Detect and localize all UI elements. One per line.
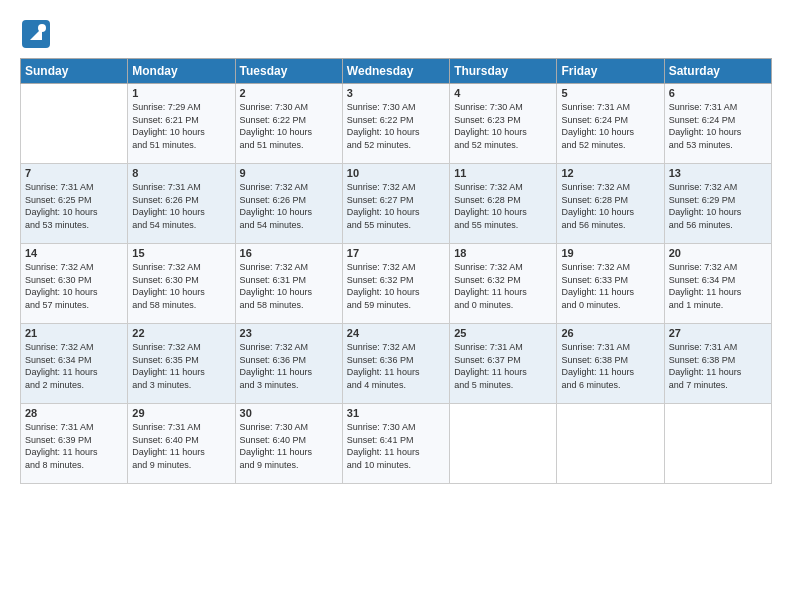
day-info: Sunrise: 7:32 AM Sunset: 6:28 PM Dayligh… — [454, 181, 552, 231]
day-info: Sunrise: 7:31 AM Sunset: 6:24 PM Dayligh… — [669, 101, 767, 151]
week-row-3: 14Sunrise: 7:32 AM Sunset: 6:30 PM Dayli… — [21, 244, 772, 324]
day-number: 29 — [132, 407, 230, 419]
header — [20, 18, 772, 50]
calendar-cell: 13Sunrise: 7:32 AM Sunset: 6:29 PM Dayli… — [664, 164, 771, 244]
day-number: 15 — [132, 247, 230, 259]
day-info: Sunrise: 7:32 AM Sunset: 6:34 PM Dayligh… — [25, 341, 123, 391]
day-info: Sunrise: 7:30 AM Sunset: 6:40 PM Dayligh… — [240, 421, 338, 471]
day-number: 11 — [454, 167, 552, 179]
day-info: Sunrise: 7:32 AM Sunset: 6:27 PM Dayligh… — [347, 181, 445, 231]
calendar-cell — [664, 404, 771, 484]
calendar-cell: 11Sunrise: 7:32 AM Sunset: 6:28 PM Dayli… — [450, 164, 557, 244]
day-info: Sunrise: 7:32 AM Sunset: 6:32 PM Dayligh… — [454, 261, 552, 311]
day-info: Sunrise: 7:31 AM Sunset: 6:38 PM Dayligh… — [669, 341, 767, 391]
day-number: 17 — [347, 247, 445, 259]
calendar-cell: 19Sunrise: 7:32 AM Sunset: 6:33 PM Dayli… — [557, 244, 664, 324]
calendar-cell: 28Sunrise: 7:31 AM Sunset: 6:39 PM Dayli… — [21, 404, 128, 484]
day-info: Sunrise: 7:32 AM Sunset: 6:26 PM Dayligh… — [240, 181, 338, 231]
day-number: 6 — [669, 87, 767, 99]
day-info: Sunrise: 7:30 AM Sunset: 6:41 PM Dayligh… — [347, 421, 445, 471]
day-info: Sunrise: 7:32 AM Sunset: 6:30 PM Dayligh… — [132, 261, 230, 311]
calendar-cell: 27Sunrise: 7:31 AM Sunset: 6:38 PM Dayli… — [664, 324, 771, 404]
calendar-cell: 21Sunrise: 7:32 AM Sunset: 6:34 PM Dayli… — [21, 324, 128, 404]
day-number: 24 — [347, 327, 445, 339]
calendar-cell: 26Sunrise: 7:31 AM Sunset: 6:38 PM Dayli… — [557, 324, 664, 404]
calendar-cell: 24Sunrise: 7:32 AM Sunset: 6:36 PM Dayli… — [342, 324, 449, 404]
week-row-2: 7Sunrise: 7:31 AM Sunset: 6:25 PM Daylig… — [21, 164, 772, 244]
day-number: 16 — [240, 247, 338, 259]
calendar-cell — [557, 404, 664, 484]
day-number: 1 — [132, 87, 230, 99]
calendar-cell: 25Sunrise: 7:31 AM Sunset: 6:37 PM Dayli… — [450, 324, 557, 404]
day-info: Sunrise: 7:32 AM Sunset: 6:32 PM Dayligh… — [347, 261, 445, 311]
day-number: 13 — [669, 167, 767, 179]
day-number: 2 — [240, 87, 338, 99]
week-row-1: 1Sunrise: 7:29 AM Sunset: 6:21 PM Daylig… — [21, 84, 772, 164]
day-info: Sunrise: 7:30 AM Sunset: 6:23 PM Dayligh… — [454, 101, 552, 151]
col-header-tuesday: Tuesday — [235, 59, 342, 84]
calendar-cell: 30Sunrise: 7:30 AM Sunset: 6:40 PM Dayli… — [235, 404, 342, 484]
day-info: Sunrise: 7:30 AM Sunset: 6:22 PM Dayligh… — [347, 101, 445, 151]
day-number: 8 — [132, 167, 230, 179]
day-number: 12 — [561, 167, 659, 179]
day-info: Sunrise: 7:31 AM Sunset: 6:38 PM Dayligh… — [561, 341, 659, 391]
calendar-cell: 29Sunrise: 7:31 AM Sunset: 6:40 PM Dayli… — [128, 404, 235, 484]
col-header-friday: Friday — [557, 59, 664, 84]
day-info: Sunrise: 7:29 AM Sunset: 6:21 PM Dayligh… — [132, 101, 230, 151]
calendar-cell: 4Sunrise: 7:30 AM Sunset: 6:23 PM Daylig… — [450, 84, 557, 164]
col-header-monday: Monday — [128, 59, 235, 84]
day-number: 28 — [25, 407, 123, 419]
calendar-cell: 15Sunrise: 7:32 AM Sunset: 6:30 PM Dayli… — [128, 244, 235, 324]
day-info: Sunrise: 7:31 AM Sunset: 6:25 PM Dayligh… — [25, 181, 123, 231]
calendar-cell: 6Sunrise: 7:31 AM Sunset: 6:24 PM Daylig… — [664, 84, 771, 164]
calendar-cell: 8Sunrise: 7:31 AM Sunset: 6:26 PM Daylig… — [128, 164, 235, 244]
day-info: Sunrise: 7:32 AM Sunset: 6:34 PM Dayligh… — [669, 261, 767, 311]
day-number: 4 — [454, 87, 552, 99]
calendar-cell: 5Sunrise: 7:31 AM Sunset: 6:24 PM Daylig… — [557, 84, 664, 164]
day-number: 18 — [454, 247, 552, 259]
day-info: Sunrise: 7:32 AM Sunset: 6:33 PM Dayligh… — [561, 261, 659, 311]
day-info: Sunrise: 7:31 AM Sunset: 6:26 PM Dayligh… — [132, 181, 230, 231]
day-info: Sunrise: 7:32 AM Sunset: 6:31 PM Dayligh… — [240, 261, 338, 311]
page: SundayMondayTuesdayWednesdayThursdayFrid… — [0, 0, 792, 494]
calendar-cell: 17Sunrise: 7:32 AM Sunset: 6:32 PM Dayli… — [342, 244, 449, 324]
calendar-cell: 3Sunrise: 7:30 AM Sunset: 6:22 PM Daylig… — [342, 84, 449, 164]
calendar-cell: 10Sunrise: 7:32 AM Sunset: 6:27 PM Dayli… — [342, 164, 449, 244]
calendar-cell — [21, 84, 128, 164]
week-row-4: 21Sunrise: 7:32 AM Sunset: 6:34 PM Dayli… — [21, 324, 772, 404]
col-header-wednesday: Wednesday — [342, 59, 449, 84]
day-info: Sunrise: 7:32 AM Sunset: 6:36 PM Dayligh… — [347, 341, 445, 391]
day-info: Sunrise: 7:31 AM Sunset: 6:40 PM Dayligh… — [132, 421, 230, 471]
day-info: Sunrise: 7:31 AM Sunset: 6:37 PM Dayligh… — [454, 341, 552, 391]
day-number: 7 — [25, 167, 123, 179]
calendar-cell: 20Sunrise: 7:32 AM Sunset: 6:34 PM Dayli… — [664, 244, 771, 324]
calendar-cell: 18Sunrise: 7:32 AM Sunset: 6:32 PM Dayli… — [450, 244, 557, 324]
calendar-cell: 12Sunrise: 7:32 AM Sunset: 6:28 PM Dayli… — [557, 164, 664, 244]
day-number: 5 — [561, 87, 659, 99]
day-number: 3 — [347, 87, 445, 99]
day-number: 14 — [25, 247, 123, 259]
day-info: Sunrise: 7:32 AM Sunset: 6:30 PM Dayligh… — [25, 261, 123, 311]
day-info: Sunrise: 7:31 AM Sunset: 6:24 PM Dayligh… — [561, 101, 659, 151]
calendar-cell: 9Sunrise: 7:32 AM Sunset: 6:26 PM Daylig… — [235, 164, 342, 244]
day-info: Sunrise: 7:30 AM Sunset: 6:22 PM Dayligh… — [240, 101, 338, 151]
day-info: Sunrise: 7:32 AM Sunset: 6:36 PM Dayligh… — [240, 341, 338, 391]
day-number: 22 — [132, 327, 230, 339]
day-number: 10 — [347, 167, 445, 179]
col-header-sunday: Sunday — [21, 59, 128, 84]
col-header-thursday: Thursday — [450, 59, 557, 84]
calendar-cell: 22Sunrise: 7:32 AM Sunset: 6:35 PM Dayli… — [128, 324, 235, 404]
day-number: 25 — [454, 327, 552, 339]
day-info: Sunrise: 7:32 AM Sunset: 6:28 PM Dayligh… — [561, 181, 659, 231]
calendar-cell: 23Sunrise: 7:32 AM Sunset: 6:36 PM Dayli… — [235, 324, 342, 404]
day-number: 23 — [240, 327, 338, 339]
day-info: Sunrise: 7:32 AM Sunset: 6:29 PM Dayligh… — [669, 181, 767, 231]
calendar-cell — [450, 404, 557, 484]
day-number: 27 — [669, 327, 767, 339]
logo-icon — [20, 18, 52, 50]
day-number: 30 — [240, 407, 338, 419]
day-number: 21 — [25, 327, 123, 339]
col-header-saturday: Saturday — [664, 59, 771, 84]
day-number: 19 — [561, 247, 659, 259]
day-number: 9 — [240, 167, 338, 179]
